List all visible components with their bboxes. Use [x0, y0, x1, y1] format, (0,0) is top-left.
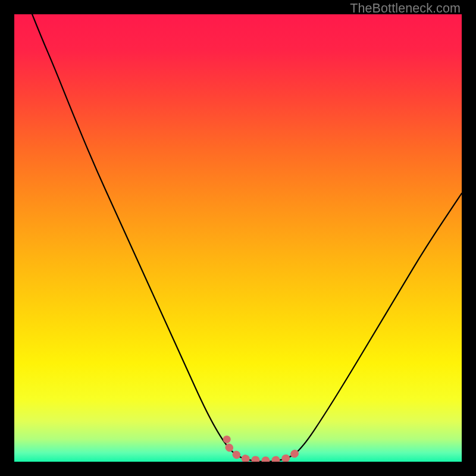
gradient-bg — [14, 14, 462, 462]
highlight-dot — [223, 436, 231, 443]
bottleneck-chart — [14, 14, 462, 462]
chart-frame — [14, 14, 462, 462]
watermark-text: TheBottleneck.com — [350, 1, 461, 16]
highlight-dots — [223, 436, 231, 443]
